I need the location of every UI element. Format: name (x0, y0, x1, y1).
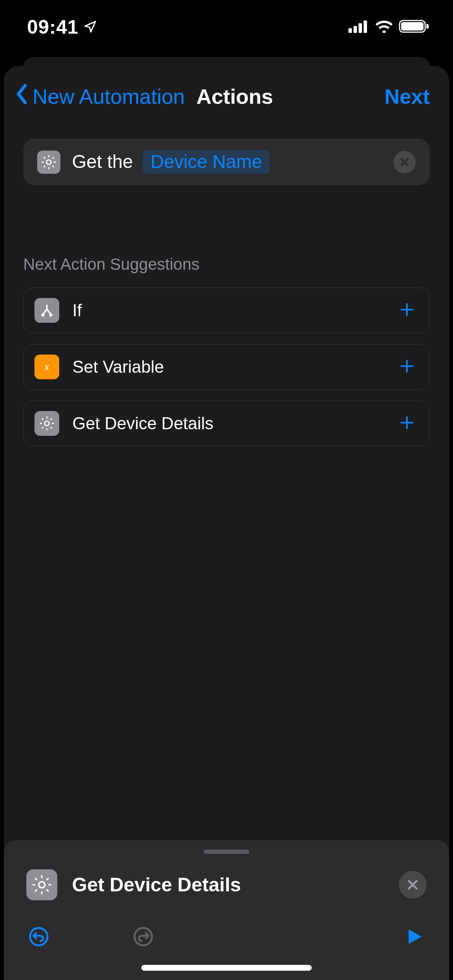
gear-icon (26, 869, 57, 900)
play-button[interactable] (402, 924, 427, 949)
panel-header: Get Device Details (4, 854, 449, 914)
suggestion-label: Get Device Details (72, 414, 213, 433)
clear-button[interactable] (393, 151, 416, 173)
toolbar (4, 914, 449, 965)
add-button[interactable] (398, 301, 415, 320)
svg-rect-3 (364, 21, 367, 33)
undo-icon (28, 926, 49, 947)
next-button[interactable]: Next (384, 84, 430, 108)
svg-text:x: x (44, 361, 49, 372)
redo-button (131, 924, 156, 949)
add-button[interactable] (398, 358, 415, 376)
cellular-icon (348, 20, 369, 34)
action-param[interactable]: Device Name (143, 150, 270, 174)
page-title: Actions (196, 84, 273, 108)
home-indicator[interactable] (141, 965, 312, 971)
suggestion-label: Set Variable (72, 357, 164, 377)
gear-icon (34, 411, 59, 436)
svg-marker-25 (408, 929, 421, 944)
svg-point-10 (42, 314, 44, 316)
plus-icon (398, 414, 415, 431)
wifi-icon (375, 19, 393, 35)
status-time: 09:41 (27, 16, 79, 38)
nav-bar: New Automation Actions Next (4, 66, 449, 125)
chevron-left-icon (15, 84, 29, 109)
action-text: Get the Device Name (72, 150, 270, 174)
add-button[interactable] (398, 414, 415, 433)
gear-icon (37, 151, 60, 174)
svg-point-7 (46, 160, 51, 164)
status-bar-right (348, 19, 430, 35)
suggestion-label: If (72, 301, 82, 320)
close-button[interactable] (399, 871, 427, 899)
svg-rect-6 (426, 24, 429, 29)
back-button[interactable]: New Automation (15, 84, 185, 109)
redo-icon (133, 926, 154, 947)
suggestion-set-variable[interactable]: x Set Variable (23, 344, 430, 390)
close-icon (399, 157, 410, 168)
status-bar: 09:41 (0, 0, 453, 54)
branch-icon (34, 298, 59, 323)
undo-button[interactable] (26, 924, 51, 949)
svg-point-20 (39, 882, 45, 888)
plus-icon (398, 358, 415, 375)
location-icon (83, 16, 97, 38)
suggestion-if[interactable]: If (23, 288, 430, 333)
svg-rect-0 (348, 28, 352, 33)
battery-icon (399, 19, 430, 35)
action-card[interactable]: Get the Device Name (23, 139, 430, 185)
close-icon (406, 878, 419, 891)
back-label: New Automation (33, 84, 185, 108)
variable-icon: x (34, 355, 59, 379)
panel-title: Get Device Details (72, 874, 241, 896)
drag-handle[interactable] (204, 850, 249, 854)
svg-point-11 (50, 314, 52, 316)
play-icon (405, 927, 424, 946)
svg-rect-5 (401, 22, 424, 31)
svg-point-17 (45, 421, 49, 426)
svg-rect-2 (359, 23, 362, 33)
suggestion-get-device-details[interactable]: Get Device Details (23, 401, 430, 446)
action-prefix: Get the (72, 151, 133, 172)
suggestions-header: Next Action Suggestions (23, 255, 430, 274)
plus-icon (398, 301, 415, 318)
main-sheet: New Automation Actions Next Get the Devi… (4, 66, 449, 980)
status-bar-left: 09:41 (27, 16, 97, 38)
bottom-panel[interactable]: Get Device Details (4, 840, 449, 980)
svg-rect-1 (353, 26, 357, 33)
